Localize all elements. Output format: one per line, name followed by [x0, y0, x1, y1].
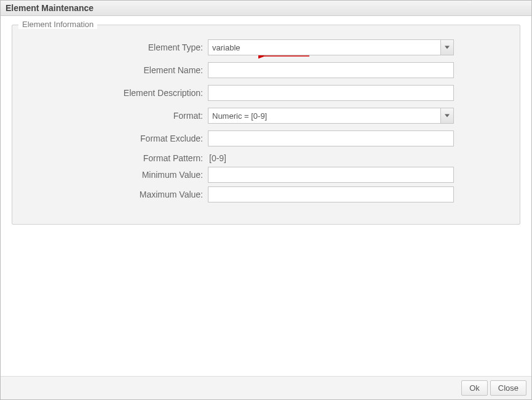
- label-minimum-value: Minimum Value:: [23, 170, 208, 180]
- row-format-exclude: Format Exclude:: [23, 130, 509, 146]
- format-exclude-input[interactable]: [208, 130, 454, 146]
- dialog-body: Element Information Element Type:: [1, 16, 531, 376]
- format-trigger[interactable]: [440, 108, 454, 124]
- dialog-title: Element Maintenance: [1, 1, 531, 16]
- row-element-name: Element Name:: [23, 62, 509, 78]
- element-type-trigger[interactable]: [440, 39, 454, 55]
- format-pattern-value: [0-9]: [208, 153, 226, 163]
- element-type-combo[interactable]: [208, 39, 454, 55]
- element-name-input[interactable]: [208, 62, 454, 78]
- row-minimum-value: Minimum Value:: [23, 167, 509, 183]
- label-format: Format:: [23, 111, 208, 121]
- chevron-down-icon: [445, 46, 450, 49]
- dialog-window: Element Maintenance Element Information …: [0, 0, 532, 400]
- format-combo[interactable]: [208, 108, 454, 124]
- row-element-description: Element Description:: [23, 85, 509, 101]
- label-element-description: Element Description:: [23, 88, 208, 98]
- chevron-down-icon: [445, 114, 450, 118]
- dialog-footer: Ok Close: [1, 376, 531, 399]
- label-format-exclude: Format Exclude:: [23, 134, 208, 143]
- element-type-input[interactable]: [208, 39, 440, 55]
- close-button[interactable]: Close: [490, 380, 526, 396]
- maximum-value-input[interactable]: [208, 186, 454, 202]
- label-maximum-value: Maximum Value:: [23, 190, 208, 199]
- label-format-pattern: Format Pattern:: [23, 153, 208, 163]
- row-format-pattern: Format Pattern: [0-9]: [23, 153, 509, 163]
- ok-button[interactable]: Ok: [461, 380, 488, 396]
- fieldset-legend: Element Information: [18, 20, 97, 29]
- label-element-name: Element Name:: [23, 65, 208, 75]
- row-format: Format:: [23, 108, 509, 124]
- row-element-type: Element Type:: [23, 39, 509, 55]
- element-information-fieldset: Element Information Element Type:: [12, 25, 520, 225]
- minimum-value-input[interactable]: [208, 167, 454, 183]
- element-description-input[interactable]: [208, 85, 454, 101]
- format-input[interactable]: [208, 108, 440, 124]
- row-maximum-value: Maximum Value:: [23, 186, 509, 202]
- label-element-type: Element Type:: [23, 42, 208, 52]
